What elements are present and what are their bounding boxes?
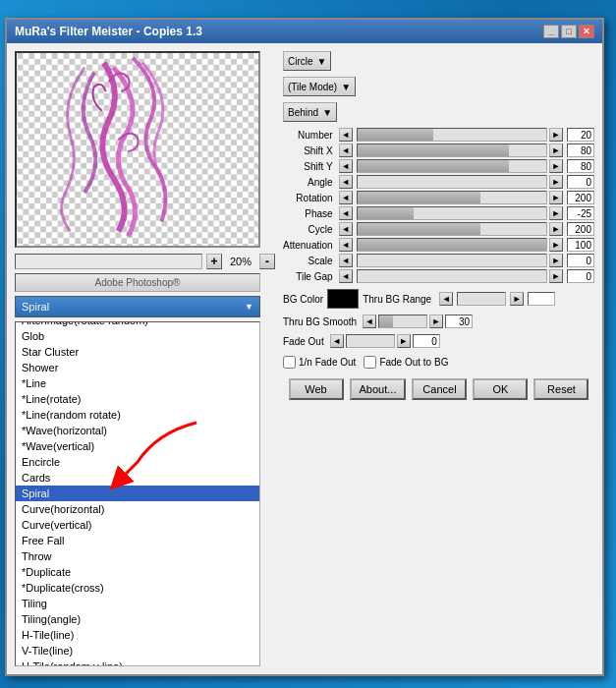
zoom-minus-button[interactable]: - (259, 254, 275, 269)
list-item[interactable]: *Wave(vertical) (16, 438, 259, 454)
rotation-value[interactable]: 200 (567, 191, 594, 204)
thru-bg-range-slider[interactable] (457, 292, 506, 306)
list-item[interactable]: *Line(rotate) (16, 391, 259, 407)
rotation-right-arrow[interactable]: ► (549, 191, 563, 204)
cycle-label: Cycle (283, 224, 337, 235)
tilegap-value[interactable]: 0 (567, 269, 594, 283)
cycle-left-arrow[interactable]: ◄ (339, 222, 353, 236)
number-slider[interactable] (357, 128, 547, 142)
shifty-value[interactable]: 80 (567, 159, 594, 173)
list-item[interactable]: *Duplicate(cross) (16, 580, 259, 596)
tilegap-left-arrow[interactable]: ◄ (339, 269, 353, 283)
list-item[interactable]: Afterimage(rotate random) (16, 321, 259, 328)
list-item[interactable]: *Line(random rotate) (16, 407, 259, 423)
phase-slider[interactable] (357, 206, 547, 220)
shiftx-left-arrow[interactable]: ◄ (339, 143, 353, 157)
mode-dropdown[interactable]: Spiral ▼ (15, 296, 260, 317)
number-value[interactable]: 20 (567, 128, 594, 142)
cycle-right-arrow[interactable]: ► (549, 222, 563, 236)
scale-value[interactable]: 0 (567, 254, 594, 267)
angle-left-arrow[interactable]: ◄ (339, 175, 353, 189)
fade-out-1n-checkbox[interactable] (283, 356, 296, 369)
cancel-button[interactable]: Cancel (412, 378, 467, 400)
list-box[interactable]: Afterimage(v-random)Afterimage(sphere ra… (15, 321, 260, 666)
zoom-slider[interactable] (15, 254, 202, 269)
scale-right-arrow[interactable]: ► (549, 254, 563, 267)
reset-button[interactable]: Reset (533, 378, 588, 400)
list-item[interactable]: Curve(vertical) (16, 517, 259, 533)
param-grid: Number ◄ ► 20 Shift X ◄ ► 80 Shift Y ◄ (283, 128, 594, 283)
thru-bg-smooth-right[interactable]: ► (429, 315, 443, 328)
phase-left-arrow[interactable]: ◄ (339, 206, 353, 220)
list-item[interactable]: H-Tile(line) (16, 627, 259, 643)
list-item[interactable]: Encircle (16, 454, 259, 470)
shiftx-right-arrow[interactable]: ► (549, 143, 563, 157)
circle-dropdown[interactable]: Circle ▼ (283, 51, 331, 71)
fade-out-bg-checkbox[interactable] (364, 356, 376, 369)
angle-slider[interactable] (357, 175, 547, 189)
thru-bg-smooth-value[interactable]: 30 (445, 315, 473, 328)
list-item[interactable]: Glob (16, 328, 259, 344)
list-item[interactable]: *Line (16, 375, 259, 391)
minimize-button[interactable]: _ (543, 25, 559, 38)
maximize-button[interactable]: □ (561, 25, 577, 38)
list-item[interactable]: Free Fall (16, 533, 259, 548)
zoom-plus-button[interactable]: + (206, 254, 222, 269)
fade-out-slider[interactable] (346, 334, 395, 348)
list-item[interactable]: Cards (16, 470, 259, 486)
tile-mode-row: (Tile Mode) ▼ (283, 77, 594, 96)
tilegap-slider[interactable] (357, 269, 547, 283)
shifty-right-arrow[interactable]: ► (549, 159, 563, 173)
list-item[interactable]: Tiling (16, 596, 259, 611)
thru-bg-smooth-slider[interactable] (378, 315, 427, 328)
tilegap-right-arrow[interactable]: ► (549, 269, 563, 283)
cycle-slider[interactable] (357, 222, 547, 236)
list-item[interactable]: Throw (16, 548, 259, 564)
list-item[interactable]: *Wave(horizontal) (16, 423, 259, 438)
number-right-arrow[interactable]: ► (549, 128, 563, 142)
ok-button[interactable]: OK (473, 378, 528, 400)
rotation-slider[interactable] (357, 191, 547, 204)
shiftx-slider[interactable] (357, 143, 547, 157)
cycle-value[interactable]: 200 (567, 222, 594, 236)
bg-color-swatch[interactable] (327, 289, 359, 309)
list-item[interactable]: Star Cluster (16, 344, 259, 360)
list-item[interactable]: Curve(horizontal) (16, 501, 259, 517)
scale-slider[interactable] (357, 254, 547, 267)
scale-left-arrow[interactable]: ◄ (339, 254, 353, 267)
fade-out-value[interactable]: 0 (413, 334, 440, 348)
list-item[interactable]: V-Tile(line) (16, 643, 259, 659)
attenuation-right-arrow[interactable]: ► (549, 238, 563, 252)
thru-bg-range-left[interactable]: ◄ (439, 292, 453, 306)
attenuation-slider[interactable] (357, 238, 547, 252)
list-item[interactable]: *Duplicate (16, 564, 259, 580)
thru-bg-smooth-left[interactable]: ◄ (363, 315, 376, 328)
attenuation-value[interactable]: 100 (567, 238, 594, 252)
shifty-slider[interactable] (357, 159, 547, 173)
close-button[interactable]: ✕ (579, 25, 594, 38)
web-button[interactable]: Web (289, 378, 344, 400)
bg-color-row: BG Color Thru BG Range ◄ ► (283, 289, 594, 309)
angle-label: Angle (283, 177, 337, 188)
blend-dropdown[interactable]: Behind ▼ (283, 102, 337, 122)
attenuation-left-arrow[interactable]: ◄ (339, 238, 353, 252)
list-item[interactable]: Spiral (16, 486, 259, 501)
thru-bg-range-right[interactable]: ► (510, 292, 524, 306)
about-button[interactable]: About... (350, 378, 407, 400)
phase-right-arrow[interactable]: ► (549, 206, 563, 220)
number-left-arrow[interactable]: ◄ (339, 128, 353, 142)
shiftx-value[interactable]: 80 (567, 143, 594, 157)
fade-out-right[interactable]: ► (397, 334, 411, 348)
rotation-left-arrow[interactable]: ◄ (339, 191, 353, 204)
content-area: + 20% - Adobe Photoshop® Spiral ▼ Afteri… (7, 43, 602, 674)
angle-right-arrow[interactable]: ► (549, 175, 563, 189)
phase-value[interactable]: -25 (567, 206, 594, 220)
list-item[interactable]: H-Tile(random v-line) (16, 659, 259, 666)
angle-value[interactable]: 0 (567, 175, 594, 189)
list-item[interactable]: Tiling(angle) (16, 611, 259, 627)
zoom-controls: + 20% - (15, 254, 275, 269)
fade-out-left[interactable]: ◄ (330, 334, 344, 348)
list-item[interactable]: Shower (16, 360, 259, 375)
shifty-left-arrow[interactable]: ◄ (339, 159, 353, 173)
tile-mode-dropdown[interactable]: (Tile Mode) ▼ (283, 77, 356, 96)
